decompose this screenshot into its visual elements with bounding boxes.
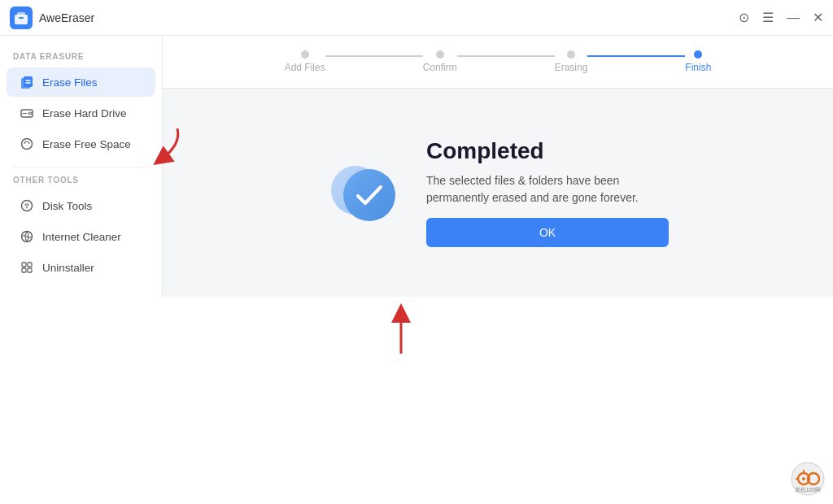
step-dot-finish <box>694 50 702 59</box>
disk-tools-icon <box>20 198 34 213</box>
menu-icon[interactable]: ☰ <box>762 10 774 25</box>
stepper: Add Files Confirm Erasing Finish <box>163 36 833 89</box>
svg-text:单机100网: 单机100网 <box>795 487 822 493</box>
sidebar-divider <box>13 167 149 167</box>
uninstaller-icon <box>20 260 34 275</box>
sidebar-item-erase-files[interactable]: Erase Files <box>7 67 155 97</box>
svg-point-20 <box>343 169 395 221</box>
step-label-erasing: Erasing <box>555 62 588 73</box>
completion-row: Completed The selected files & folders h… <box>327 138 669 247</box>
annotation-arrow-2 <box>373 301 430 361</box>
completion-title: Completed <box>426 138 669 164</box>
erase-files-label: Erase Files <box>42 76 98 89</box>
internet-cleaner-label: Internet Cleaner <box>42 231 121 243</box>
erase-hard-drive-label: Erase Hard Drive <box>42 107 127 119</box>
other-tools-label: OTHER TOOLS <box>0 176 162 185</box>
step-dot-confirm <box>436 50 444 59</box>
sidebar: DATA ERASURE Erase Files <box>0 36 163 297</box>
svg-rect-18 <box>28 268 32 272</box>
svg-rect-2 <box>17 12 25 16</box>
close-icon[interactable]: ✕ <box>813 10 823 25</box>
step-line-2 <box>457 55 555 57</box>
svg-rect-3 <box>19 17 24 19</box>
svg-rect-17 <box>22 268 26 272</box>
watermark: 单机100网 <box>791 462 825 496</box>
disk-tools-label: Disk Tools <box>42 200 92 212</box>
app-logo <box>10 7 33 29</box>
step-dot-erasing <box>567 50 575 59</box>
data-erasure-label: DATA ERASURE <box>0 52 162 61</box>
svg-rect-5 <box>24 76 33 87</box>
svg-rect-15 <box>22 263 26 267</box>
check-graphic <box>327 156 400 229</box>
completion-description: The selected files & folders have been p… <box>426 172 669 206</box>
title-bar: AweEraser ⊙ ☰ — ✕ <box>0 0 833 36</box>
uninstaller-label: Uninstaller <box>42 262 94 274</box>
step-label-confirm: Confirm <box>423 62 457 73</box>
sidebar-item-uninstaller[interactable]: Uninstaller <box>7 253 155 282</box>
history-icon[interactable]: ⊙ <box>739 10 749 25</box>
step-label-add-files: Add Files <box>285 62 325 73</box>
completion-panel: Completed The selected files & folders h… <box>163 89 833 297</box>
svg-point-24 <box>802 477 805 480</box>
svg-point-11 <box>22 139 33 150</box>
erase-files-icon <box>20 75 34 89</box>
window-controls: ⊙ ☰ — ✕ <box>739 10 823 25</box>
step-add-files: Add Files <box>285 50 325 73</box>
step-finish: Finish <box>685 50 711 73</box>
main-layout: DATA ERASURE Erase Files <box>0 36 833 297</box>
step-line-1 <box>325 55 423 57</box>
internet-cleaner-icon <box>20 229 34 244</box>
svg-point-9 <box>29 112 32 115</box>
minimize-icon[interactable]: — <box>787 11 800 25</box>
completion-content: Completed The selected files & folders h… <box>327 138 669 247</box>
step-label-finish: Finish <box>685 62 711 73</box>
content-area: Add Files Confirm Erasing Finish <box>163 36 833 297</box>
step-dot-add-files <box>301 50 309 59</box>
sidebar-item-internet-cleaner[interactable]: Internet Cleaner <box>7 222 155 251</box>
erase-free-space-icon <box>20 137 34 151</box>
erase-hard-drive-icon <box>20 106 34 120</box>
sidebar-item-erase-free-space[interactable]: Erase Free Space <box>7 129 155 159</box>
app-name: AweEraser <box>39 11 739 24</box>
watermark-logo: 单机100网 <box>791 462 825 496</box>
erase-free-space-label: Erase Free Space <box>42 138 131 150</box>
step-erasing: Erasing <box>555 50 588 73</box>
sidebar-item-erase-hard-drive[interactable]: Erase Hard Drive <box>7 98 155 128</box>
step-line-3 <box>587 55 685 57</box>
ok-button[interactable]: OK <box>426 218 669 247</box>
svg-rect-16 <box>28 263 32 267</box>
sidebar-item-disk-tools[interactable]: Disk Tools <box>7 191 155 220</box>
step-confirm: Confirm <box>423 50 457 73</box>
